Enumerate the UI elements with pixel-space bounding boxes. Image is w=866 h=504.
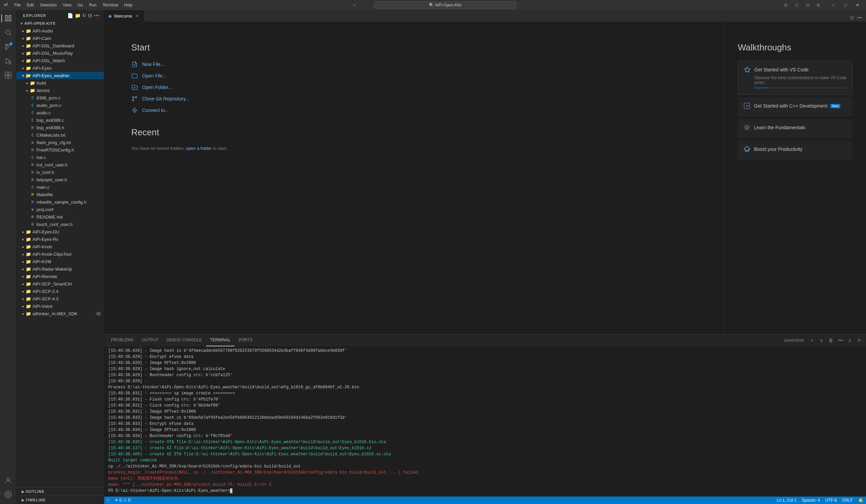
tree-item-aipi-remote[interactable]: ▸📁AiPi-Remote bbox=[16, 273, 104, 280]
activity-item-extensions[interactable] bbox=[1, 68, 15, 82]
action-open-file[interactable]: Open File... bbox=[131, 72, 697, 79]
status-line-col[interactable]: Ln 1, Col 1 bbox=[774, 496, 799, 504]
tree-item-aipi-knob-clipstool[interactable]: ▸📁AiPi-Knob-ClipsTool bbox=[16, 250, 104, 258]
nav-forward-button[interactable]: → bbox=[362, 2, 372, 9]
layout-btn-3[interactable]: ⊟ bbox=[802, 2, 812, 9]
open-folder-link[interactable]: open a folder bbox=[186, 146, 211, 151]
tree-item-bsp-es8388-c[interactable]: Cbsp_es8388.c bbox=[16, 116, 104, 124]
tree-item-makefile[interactable]: MMakefile bbox=[16, 191, 104, 198]
welcome-tab-close[interactable]: × bbox=[134, 13, 140, 19]
tree-item-audio-pcm-c[interactable]: Caudio_pcm.c bbox=[16, 101, 104, 109]
status-spaces[interactable]: Spaces: 4 bbox=[799, 496, 822, 504]
minimize-button[interactable]: ─ bbox=[828, 2, 838, 9]
nav-back-button[interactable]: ← bbox=[350, 2, 360, 9]
tree-item-aipi-dsl-dashboard[interactable]: ▸📁AiPi-DSL_Dashboard bbox=[16, 42, 104, 49]
status-errors[interactable]: ✕ 0 ⚠ 0 bbox=[112, 496, 133, 504]
status-notifications[interactable]: 🔔 bbox=[855, 496, 866, 504]
tree-item-aipi-cam[interactable]: ▸📁AiPi-Cam bbox=[16, 34, 104, 42]
activity-item-source-control[interactable]: 1 bbox=[1, 40, 15, 54]
tree-item-lv-conf-h[interactable]: Hlv_conf.h bbox=[16, 168, 104, 176]
terminal-content[interactable]: [15:40:38.026] - Image hash ignore,not c… bbox=[104, 346, 866, 496]
tree-item-aipi-scp-2-4[interactable]: ▸📁AiPi-SCP-2.4 bbox=[16, 288, 104, 295]
panel-maximize-button[interactable]: ∧ bbox=[846, 336, 854, 344]
panel-tab-debug-console[interactable]: DEBUG CONSOLE bbox=[162, 335, 206, 346]
layout-btn-1[interactable]: ⊞ bbox=[781, 2, 791, 9]
layout-btn-2[interactable]: ⊡ bbox=[791, 2, 802, 9]
tree-item-aipi-scp-4-3[interactable]: ▸📁AiPi-SCP-4.3 bbox=[16, 295, 104, 302]
tree-item-bsp-es8388-h[interactable]: Hbsp_es8388.h bbox=[16, 124, 104, 131]
tree-root-folder[interactable]: ▾ AIPI-OPEN-KITS bbox=[16, 20, 104, 27]
walkthrough-learn-fundamentals[interactable]: Learn the Fundamentals bbox=[738, 119, 853, 138]
menu-view[interactable]: View bbox=[60, 2, 74, 8]
terminal-dropdown-button[interactable]: ∨ bbox=[817, 336, 825, 344]
panel-tab-terminal[interactable]: TERMINAL bbox=[206, 335, 235, 346]
tree-item-mbedtls-sample-config-h[interactable]: Hmbedtls_sample_config.h bbox=[16, 198, 104, 206]
tree-item-aipi-eyes-weather[interactable]: ▾📂AiPi-Eyes_weather bbox=[16, 72, 104, 79]
panel-close-button[interactable]: ✕ bbox=[855, 336, 863, 344]
activity-item-search[interactable] bbox=[1, 26, 15, 39]
tree-item-freertosconfig-h[interactable]: HFreeRTOSConfig.h bbox=[16, 146, 104, 154]
action-connect-to[interactable]: Connect to... bbox=[131, 107, 697, 114]
menu-edit[interactable]: Edit bbox=[24, 2, 36, 8]
status-branch[interactable]: ⑂ bbox=[104, 496, 112, 504]
tree-item-aipi-eyes[interactable]: ▸📁AiPi-Eyes bbox=[16, 64, 104, 72]
panel-tab-problems[interactable]: PROBLEMS bbox=[107, 335, 138, 346]
tree-item-aipi-dsl-watch[interactable]: ▸📁AiPi-DSL_Watch bbox=[16, 57, 104, 64]
menu-run[interactable]: Run bbox=[86, 2, 99, 8]
tree-item-proj-conf[interactable]: ⚙proj.conf bbox=[16, 206, 104, 213]
collapse-icon[interactable]: ⊟ bbox=[88, 13, 92, 18]
tree-item-aipi-radar-wakeup[interactable]: ▸📁AiPi-Radar-WakeUp bbox=[16, 265, 104, 273]
walkthrough-boost-productivity[interactable]: Boost your Productivity bbox=[738, 141, 853, 160]
tree-item-aipi-eyes-du[interactable]: ▸📁AiPi-Eyes-DU bbox=[16, 228, 104, 235]
tree-item-aipi-dsl-musicplay[interactable]: ▸📁AiPi-DSL_MusicPlay bbox=[16, 49, 104, 57]
tree-item-aipi-audio[interactable]: ▸📁AiPi-Audio bbox=[16, 27, 104, 34]
more-terminal-actions[interactable]: ••• bbox=[836, 336, 844, 344]
tree-item-audio-c[interactable]: Caudio.c bbox=[16, 109, 104, 116]
kill-terminal-button[interactable]: 🗑 bbox=[827, 336, 835, 344]
split-editor-icon[interactable]: ⊟ bbox=[849, 13, 855, 22]
tree-item-8388-pcm-c[interactable]: C8388_pcm.c bbox=[16, 94, 104, 101]
tree-item-demos[interactable]: ▸📁demos bbox=[16, 87, 104, 94]
tree-item-aipi-eyes-rx[interactable]: ▸📁AiPi-Eyes-Rx bbox=[16, 235, 104, 243]
tab-welcome[interactable]: ◈ Welcome × bbox=[104, 10, 144, 22]
tree-item-aithinker-ai-m6x-sdk[interactable]: ▸📁aithinker_Ai-M6X_SDKM bbox=[16, 310, 104, 317]
maximize-button[interactable]: □ bbox=[840, 2, 851, 9]
tree-item-touch-conf-user-h[interactable]: Htouch_conf_user.h bbox=[16, 221, 104, 228]
tree-item-lcd-conf-user-h[interactable]: Hlcd_conf_user.h bbox=[16, 161, 104, 168]
tree-item-cmakelists-txt[interactable]: CCMakeLists.txt bbox=[16, 131, 104, 139]
new-file-icon[interactable]: 📄 bbox=[67, 13, 74, 18]
tree-item-aipi-knob[interactable]: ▸📁AiPi-Knob bbox=[16, 243, 104, 250]
tree-item-lwipopts-user-h[interactable]: Hlwipopts_user.h bbox=[16, 176, 104, 183]
tree-item-aipi-scp-smartctrl[interactable]: ▸📁AiPi-SCP_SmartCtrl bbox=[16, 280, 104, 288]
activity-item-accounts[interactable] bbox=[1, 473, 15, 487]
tree-item-build[interactable]: ▸📁build bbox=[16, 79, 104, 87]
more-actions-icon[interactable]: ••• bbox=[94, 13, 100, 18]
activity-item-settings[interactable] bbox=[1, 488, 15, 501]
action-new-file[interactable]: New File... bbox=[131, 61, 697, 68]
tree-item-aipi-voice[interactable]: ▸📁AiPi-Voice bbox=[16, 302, 104, 310]
tree-item-hal-c[interactable]: Chal.c bbox=[16, 154, 104, 161]
tree-item-main-c[interactable]: Cmain.c bbox=[16, 183, 104, 191]
status-eol[interactable]: CRLF bbox=[840, 496, 855, 504]
tree-item-aipi-kvm[interactable]: ▸📁AiPi-KVM bbox=[16, 258, 104, 265]
activity-item-explorer[interactable] bbox=[1, 11, 15, 25]
activity-item-run-debug[interactable] bbox=[1, 54, 15, 68]
close-button[interactable]: ✕ bbox=[853, 2, 863, 9]
menu-selection[interactable]: Selection bbox=[37, 2, 59, 8]
action-clone-git[interactable]: Clone Git Repository... bbox=[131, 96, 697, 102]
timeline-section[interactable]: ▶ TIMELINE bbox=[16, 495, 104, 504]
status-encoding[interactable]: UTF-8 bbox=[823, 496, 840, 504]
more-tabs-icon[interactable]: ••• bbox=[855, 13, 863, 22]
walkthrough-get-started-vscode[interactable]: Get Started with VS Code Discover the be… bbox=[738, 61, 853, 95]
walkthrough-get-started-cpp[interactable]: Get Started with C++ Development New bbox=[738, 98, 853, 116]
menu-terminal[interactable]: Terminal bbox=[100, 2, 120, 8]
layout-btn-4[interactable]: ⊠ bbox=[813, 2, 823, 9]
title-search-bar[interactable]: 🔍 AiPi-Open-Kits bbox=[374, 1, 516, 9]
refresh-icon[interactable]: ↻ bbox=[82, 13, 87, 18]
menu-file[interactable]: File bbox=[11, 2, 23, 8]
new-folder-icon[interactable]: 📁 bbox=[75, 13, 81, 18]
panel-tab-ports[interactable]: PORTS bbox=[234, 335, 256, 346]
menu-go[interactable]: Go bbox=[75, 2, 86, 8]
action-open-folder[interactable]: Open Folder... bbox=[131, 84, 697, 91]
tree-item-readme-md[interactable]: MREADME.md bbox=[16, 213, 104, 221]
